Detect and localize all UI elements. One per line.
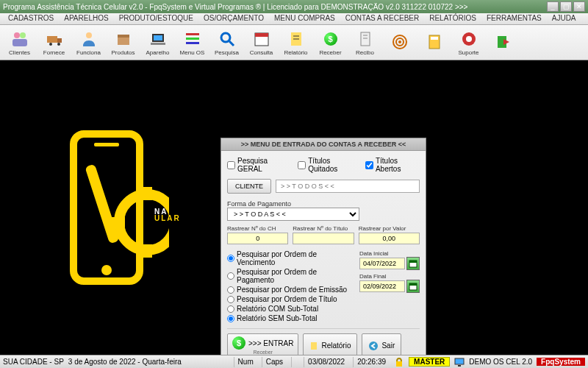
report-icon — [287, 29, 306, 49]
truck-icon — [45, 29, 64, 49]
calendar-icon — [409, 282, 417, 291]
menu-compras[interactable]: MENU COMPRAS — [269, 13, 340, 24]
relatorio-button[interactable]: Relatório — [303, 333, 357, 355]
chk-pesquisa-geral[interactable]: Pesquisa GERAL — [227, 157, 289, 173]
menu-aparelhos[interactable]: APARELHOS — [59, 13, 113, 24]
calendar-icon — [252, 29, 271, 49]
svg-rect-2 — [12, 39, 27, 46]
tool-target[interactable] — [383, 26, 416, 59]
tool-consulta[interactable]: Consulta — [245, 26, 278, 59]
data-inicial-cal-button[interactable] — [406, 257, 420, 270]
svg-rect-23 — [361, 32, 370, 46]
svg-rect-30 — [431, 37, 438, 40]
data-final-cal-button[interactable] — [406, 280, 420, 293]
window-controls: _ ▢ ✕ — [547, 1, 585, 12]
menu-cadastros[interactable]: CADASTROS — [3, 13, 59, 24]
entrar-button[interactable]: $>>> ENTRAR Receber — [227, 333, 298, 355]
minimize-button[interactable]: _ — [547, 1, 559, 12]
svg-rect-47 — [311, 342, 317, 350]
tool-clientes[interactable]: Clientes — [3, 26, 36, 59]
radio-ordem-vencimento[interactable]: Pesquisar por Ordem de Vencimento — [227, 250, 352, 266]
chk-titulos-quitados[interactable]: Títulos Quitados — [298, 157, 356, 173]
toolbar: Clientes Fornece Funciona Produtos Apare… — [0, 25, 588, 60]
svg-rect-15 — [186, 42, 199, 44]
tool-produtos[interactable]: Produtos — [107, 26, 140, 59]
data-inicial-label: Data Inicial — [359, 250, 420, 257]
receipt-icon — [356, 29, 375, 49]
svg-rect-14 — [186, 38, 199, 40]
search-icon — [218, 29, 237, 49]
svg-line-17 — [229, 41, 234, 46]
menu-ajuda[interactable]: AJUDA — [547, 13, 581, 24]
tool-recibo[interactable]: Recibo — [348, 26, 381, 59]
svg-point-16 — [221, 33, 230, 42]
forma-pagamento-select[interactable]: > > T O D A S < < — [227, 208, 359, 221]
statusbar: SUA CIDADE - SP 3 de Agosto de 2022 - Qu… — [0, 355, 588, 368]
window-titlebar: Programa Assistência Técnica Celular v2.… — [0, 0, 588, 13]
maximize-button[interactable]: ▢ — [560, 1, 572, 12]
cliente-button[interactable]: CLIENTE — [227, 179, 271, 194]
sair-button[interactable]: Sair — [362, 333, 401, 355]
rastrear-ch-input[interactable] — [227, 233, 288, 244]
status-num: Num — [234, 357, 257, 367]
rastrear-titulo-input[interactable] — [293, 233, 354, 244]
svg-rect-9 — [118, 35, 129, 38]
menu-relatorios[interactable]: RELATÓRIOS — [424, 13, 481, 24]
chk-titulos-abertos[interactable]: Títulos Abertos — [365, 157, 420, 173]
radio-ordem-pagamento[interactable]: Pesquisar por Ordem de Pagamento — [227, 268, 352, 284]
box-icon — [114, 29, 133, 49]
people-icon — [79, 29, 98, 49]
target-icon — [390, 32, 409, 52]
tool-funciona[interactable]: Funciona — [72, 26, 105, 59]
radio-com-subtotal[interactable]: Relatório COM Sub-Total — [227, 305, 352, 313]
menu-os-orcamento[interactable]: OS/ORÇAMENTO — [198, 13, 269, 24]
svg-point-6 — [57, 43, 60, 46]
contas-receber-dialog: >> MENU DE ENTRADA DO CONTAS A RECEBER <… — [220, 138, 426, 355]
tool-pesquisa[interactable]: Pesquisa — [210, 26, 243, 59]
menu-contas-receber[interactable]: CONTAS A RECEBER — [340, 13, 424, 24]
svg-point-35 — [101, 265, 112, 275]
svg-point-32 — [466, 36, 472, 42]
svg-point-5 — [49, 43, 52, 46]
close-button[interactable]: ✕ — [573, 1, 585, 12]
tool-exit[interactable] — [487, 26, 520, 59]
calendar-icon — [409, 259, 417, 268]
monitor-icon — [454, 357, 465, 367]
exit-icon — [494, 32, 513, 52]
phone-gear-icon — [59, 127, 169, 303]
menu-produto-estoque[interactable]: PRODUTO/ESTOQUE — [114, 13, 198, 24]
rastrear-titulo-label: Rastrear Nº do Título — [293, 225, 354, 232]
tool-calc[interactable] — [417, 26, 451, 59]
svg-rect-3 — [47, 36, 57, 43]
tool-fornece[interactable]: Fornece — [37, 26, 71, 59]
svg-rect-4 — [57, 38, 62, 43]
status-date-long: 3 de Agosto de 2022 - Quarta-feira — [68, 358, 182, 366]
forma-pagamento-label: Forma de Pagamento — [227, 200, 291, 208]
tool-suporte[interactable]: Suporte — [452, 26, 485, 59]
svg-point-1 — [20, 32, 26, 38]
cliente-value: > > T O D O S < < — [276, 180, 420, 193]
users-icon — [10, 29, 29, 49]
svg-rect-44 — [409, 261, 417, 263]
data-inicial-input[interactable] — [359, 258, 405, 269]
svg-rect-36 — [94, 143, 119, 146]
back-icon — [368, 341, 379, 351]
data-final-input[interactable] — [359, 280, 405, 292]
svg-rect-51 — [458, 365, 461, 367]
dialog-title: >> MENU DE ENTRADA DO CONTAS A RECEBER <… — [221, 138, 426, 151]
calc-icon — [425, 32, 444, 52]
laptop-icon — [148, 29, 168, 49]
tool-receber[interactable]: $Receber — [314, 26, 347, 59]
workspace: NA ULAR >> MENU DE ENTRADA DO CONTAS A R… — [0, 60, 588, 355]
radio-sem-subtotal[interactable]: Relatório SEM Sub-Total — [227, 314, 352, 322]
radio-ordem-emissao[interactable]: Pesquisar por Ordem de Emissão — [227, 286, 352, 294]
money-icon: $ — [232, 336, 245, 350]
tool-relatorio[interactable]: Relatório — [279, 26, 312, 59]
radio-ordem-titulo[interactable]: Pesquisar por Ordem de Título — [227, 295, 352, 303]
svg-rect-13 — [186, 33, 199, 35]
tool-menu-os[interactable]: Menu OS — [176, 26, 209, 59]
rastrear-valor-input[interactable] — [359, 233, 420, 244]
status-brand: FpqSystem — [537, 358, 585, 366]
tool-aparelho[interactable]: Aparelho — [141, 26, 174, 59]
menu-ferramentas[interactable]: FERRAMENTAS — [481, 13, 547, 24]
